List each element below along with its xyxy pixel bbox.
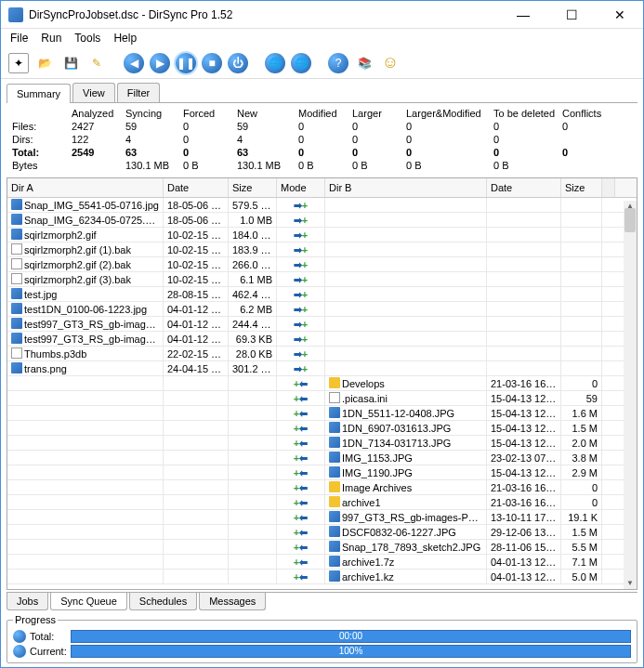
plus-icon: + — [302, 274, 308, 285]
arrow-left-icon: ⬅ — [299, 378, 308, 389]
table-row[interactable]: +⬅1DN_5511-12-0408.JPG15-04-13 12:101.6 … — [7, 406, 637, 421]
arrow-right-icon: ➡ — [294, 348, 302, 360]
tab-syncqueue[interactable]: Sync Queue — [50, 593, 127, 610]
header-dirb[interactable]: Dir B — [325, 178, 487, 197]
toolbar: ✦ 📂 💾 ✎ ◀ ▶ ❚❚ ■ ⏻ 🌐 🌐 ? 📚 ☺ — [1, 47, 643, 79]
table-row[interactable]: +⬅archive1.7z04-01-13 12:387.1 M — [7, 555, 637, 570]
tab-jobs[interactable]: Jobs — [7, 593, 48, 610]
table-row[interactable]: +⬅997_GT3_RS_gb-images-P7-...13-10-11 17… — [7, 510, 637, 525]
plus-icon: + — [302, 289, 308, 300]
plus-icon: + — [302, 348, 308, 360]
titlebar: DirSyncProJobset.dsc - DirSync Pro 1.52 … — [1, 1, 643, 29]
stats-row: Total:25496306300000 — [12, 146, 614, 159]
pause-icon[interactable]: ❚❚ — [176, 53, 196, 73]
table-row[interactable]: sqirlzmorph2.gif (1).bak10-02-15 00:2718… — [7, 242, 637, 257]
table-row[interactable]: sqirlzmorph2.gif (2).bak10-02-15 00:2526… — [7, 257, 637, 272]
open-icon[interactable]: 📂 — [34, 53, 55, 73]
tab-messages[interactable]: Messages — [199, 593, 266, 610]
table-row[interactable]: Thumbs.p3db22-02-15 22:5728.0 KB➡+ — [7, 347, 637, 361]
arrow-right-icon: ➡ — [294, 363, 302, 374]
menu-tools[interactable]: Tools — [69, 30, 106, 46]
plus-icon: + — [302, 215, 308, 226]
stats-panel: Analyzed Syncing Forced New Modified Lar… — [7, 103, 637, 177]
new-icon[interactable]: ✦ — [8, 53, 29, 73]
help-icon[interactable]: ? — [328, 53, 348, 73]
minimize-button[interactable]: — — [507, 7, 539, 22]
file-icon — [11, 258, 22, 269]
stop-icon[interactable]: ■ — [202, 53, 222, 73]
progress-total-label: Total: — [30, 631, 71, 642]
file-icon — [329, 392, 340, 403]
stats-header-largermod: Larger&Modified — [406, 107, 493, 120]
menu-help[interactable]: Help — [108, 30, 142, 46]
tab-summary[interactable]: Summary — [7, 84, 71, 103]
tab-filter[interactable]: Filter — [117, 83, 160, 102]
menu-file[interactable]: File — [5, 30, 33, 46]
edit-icon[interactable]: ✎ — [86, 53, 107, 73]
table-row[interactable]: +⬅archive1.kz04-01-13 12:385.0 M — [7, 570, 637, 584]
arrow-left-icon: ⬅ — [299, 423, 308, 434]
arrow-right-icon: ➡ — [294, 229, 302, 241]
table-row[interactable]: +⬅1DN_7134-031713.JPG15-04-13 12:102.0 M — [7, 436, 637, 451]
arrow-left-icon: ⬅ — [299, 557, 308, 568]
grid-body[interactable]: Snap_IMG_5541-05-0716.jpg18-05-06 22:325… — [7, 198, 637, 584]
play-icon[interactable]: ▶ — [150, 53, 170, 73]
header-size[interactable]: Size — [229, 178, 277, 197]
globe-b-icon[interactable]: 🌐 — [291, 53, 311, 73]
table-row[interactable]: sqirlzmorph2.gif (3).bak10-02-15 00:226.… — [7, 272, 637, 287]
header-date2[interactable]: Date — [487, 178, 561, 197]
tab-view[interactable]: View — [72, 83, 115, 102]
header-size2[interactable]: Size — [561, 178, 602, 197]
arrow-left-icon: ⬅ — [299, 571, 308, 583]
table-row[interactable]: +⬅.picasa.ini15-04-13 12:0959 — [7, 391, 637, 406]
scroll-thumb[interactable] — [624, 208, 636, 232]
about-icon[interactable]: ☺ — [380, 53, 401, 73]
table-row[interactable]: trans.png24-04-15 10:00301.2 KB➡+ — [7, 361, 637, 376]
stats-header-deleted: To be deleted — [493, 107, 562, 120]
img-icon — [329, 437, 340, 448]
power-icon[interactable]: ⏻ — [228, 53, 248, 73]
table-row[interactable]: Snap_IMG_5541-05-0716.jpg18-05-06 22:325… — [7, 198, 637, 213]
table-row[interactable]: test.jpg28-08-15 14:30462.4 KB➡+ — [7, 287, 637, 302]
globe-a-icon[interactable]: 🌐 — [265, 53, 285, 73]
stats-header-conflicts: Conflicts — [562, 107, 614, 120]
table-row[interactable]: test1DN_0100-06-1223.jpg04-01-12 15:526.… — [7, 302, 637, 317]
save-icon[interactable]: 💾 — [60, 53, 81, 73]
header-dira[interactable]: Dir A — [7, 178, 164, 197]
analyze-icon[interactable]: ◀ — [124, 53, 144, 73]
stats-header-forced: Forced — [183, 107, 237, 120]
table-row[interactable]: +⬅Develops21-03-16 16:050 — [7, 376, 637, 391]
table-row[interactable]: +⬅archive121-03-16 16:050 — [7, 495, 637, 510]
header-mode[interactable]: Mode — [277, 178, 325, 197]
table-row[interactable]: +⬅IMG_1153.JPG23-02-13 07:363.8 M — [7, 451, 637, 465]
arrow-right-icon: ➡ — [294, 259, 302, 270]
folder-icon — [329, 496, 340, 507]
table-row[interactable]: +⬅DSCF0832-06-1227.JPG29-12-06 13:371.5 … — [7, 525, 637, 540]
close-button[interactable]: ✕ — [604, 7, 636, 22]
table-row[interactable]: +⬅Snap_178_7893_sketch2.JPG28-11-06 15:2… — [7, 540, 637, 555]
arrow-left-icon: ⬅ — [299, 527, 308, 538]
table-row[interactable]: Snap_IMG_6234-05-0725.JPG18-05-06 22:321… — [7, 213, 637, 228]
scroll-down-icon[interactable]: ▼ — [624, 578, 636, 589]
table-row[interactable]: +⬅IMG_1190.JPG15-04-13 12:102.9 M — [7, 465, 637, 480]
plus-icon: + — [302, 259, 308, 270]
header-date[interactable]: Date — [164, 178, 229, 197]
maximize-button[interactable]: ☐ — [556, 7, 587, 22]
table-row[interactable]: test997_GT3_RS_gb-images...04-01-12 15:5… — [7, 317, 637, 332]
arrow-right-icon: ➡ — [294, 319, 302, 330]
img-icon — [329, 452, 340, 463]
img-icon — [329, 422, 340, 433]
table-row[interactable]: +⬅Image Archives21-03-16 16:050 — [7, 480, 637, 495]
docs-icon[interactable]: 📚 — [354, 53, 375, 73]
img-icon — [329, 466, 340, 478]
grid-header: Dir A Date Size Mode Dir B Date Size — [7, 178, 637, 198]
menu-run[interactable]: Run — [35, 30, 67, 46]
tab-schedules[interactable]: Schedules — [129, 593, 197, 610]
table-row[interactable]: test997_GT3_RS_gb-images...04-01-12 15:5… — [7, 332, 637, 347]
scrollbar[interactable]: ▲ ▼ — [624, 201, 637, 589]
img-icon — [11, 214, 22, 225]
table-row[interactable]: +⬅1DN_6907-031613.JPG15-04-13 12:101.5 M — [7, 421, 637, 436]
img-icon — [329, 556, 340, 567]
menubar: File Run Tools Help — [1, 29, 643, 47]
table-row[interactable]: sqirlzmorph2.gif10-02-15 00:29184.0 KB➡+ — [7, 228, 637, 242]
